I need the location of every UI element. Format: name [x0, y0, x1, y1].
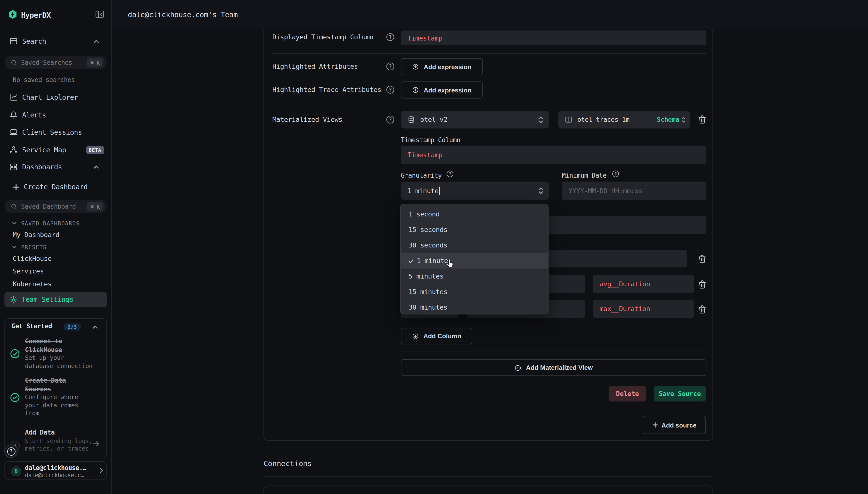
get-started-card: Get Started 2/3 Connect to ClickHouse Se… — [4, 318, 107, 457]
chevron-up-icon — [93, 38, 99, 44]
granularity-combobox[interactable]: 1 minute — [401, 182, 549, 200]
chevron-down-icon — [12, 244, 17, 250]
button-label: Add source — [661, 422, 696, 428]
help-icon[interactable]: ? — [612, 171, 619, 177]
schema-badge[interactable]: Schema — [657, 116, 679, 124]
dropdown-option[interactable]: 15 minutes — [401, 284, 548, 300]
sidebar-item-search[interactable]: Search — [4, 33, 107, 49]
get-started-step[interactable]: Connect to ClickHouse Set up your databa… — [25, 337, 95, 370]
help-icon[interactable]: ? — [386, 33, 394, 41]
dashboard-link-label: Services — [13, 267, 44, 275]
delete-source-button[interactable]: Delete — [609, 386, 646, 401]
create-dashboard-button[interactable]: Create Dashboard — [4, 178, 107, 195]
field-label: Materialized Views — [272, 116, 343, 124]
dashboard-link-label: Kubernetes — [13, 280, 52, 288]
get-started-step[interactable]: Add Data Start sending logs, metrics, or… — [25, 429, 95, 453]
step-complete-icon — [10, 393, 20, 402]
chevron-up-icon — [93, 164, 99, 170]
dropdown-option[interactable]: 15 seconds — [401, 222, 548, 238]
saved-searches-input[interactable] — [21, 59, 76, 66]
sidebar-item-chart-explorer[interactable]: Chart Explorer — [4, 89, 107, 106]
delete-column-icon[interactable] — [697, 280, 707, 289]
column-alias-input[interactable] — [593, 275, 694, 293]
sidebar-item-kubernetes[interactable]: Kubernetes — [4, 277, 107, 290]
user-email: dale@clickhouse.c… — [25, 472, 84, 478]
arrow-right-icon — [92, 440, 100, 448]
dashboards-icon — [9, 163, 18, 171]
laptop-icon — [9, 128, 18, 136]
plus-icon — [652, 422, 658, 428]
matview-select[interactable]: otel_v2 — [401, 111, 549, 128]
step-title: Create Data Sources — [25, 377, 95, 394]
group-saved-dashboards[interactable]: SAVED DASHBOARDS — [4, 217, 107, 229]
group-presets[interactable]: PRESETS — [4, 241, 107, 253]
delete-column-icon[interactable] — [697, 304, 707, 314]
app-title: HyperDX — [21, 11, 51, 19]
matview-timestamp-input[interactable] — [401, 146, 707, 164]
sidebar-item-alerts[interactable]: Alerts — [4, 106, 107, 124]
collapse-sidebar-icon[interactable] — [95, 10, 104, 19]
matview-table-select[interactable]: otel_traces_1m Schema — [558, 111, 690, 128]
chart-explorer-icon — [9, 93, 18, 101]
delete-column-icon[interactable] — [697, 254, 707, 264]
help-button[interactable]: ? — [4, 444, 18, 458]
saved-searches-search[interactable]: ⌘ K — [4, 56, 107, 69]
add-expression-button[interactable]: Add expression — [401, 58, 483, 75]
save-source-button[interactable]: Save Source — [654, 386, 706, 401]
group-label: SAVED DASHBOARDS — [21, 220, 80, 226]
sidebar-item-dashboards[interactable]: Dashboards — [4, 158, 107, 176]
plus-circle-icon — [412, 87, 420, 94]
saved-dashboards-input[interactable] — [21, 203, 76, 210]
button-label: Add expression — [424, 87, 471, 93]
dashboard-link-label: ClickHouse — [13, 254, 52, 262]
select-chevrons-icon — [538, 187, 544, 195]
displayed-timestamp-input[interactable] — [401, 31, 707, 45]
button-label: Add Materialized View — [526, 364, 593, 371]
sidebar-item-label: Search — [22, 37, 46, 45]
sidebar-item-my-dashboard[interactable]: My Dashboard — [4, 228, 107, 241]
user-menu[interactable]: D dale@clickhouse.… dale@clickhouse.c… — [4, 461, 107, 480]
step-title: Add Data — [25, 429, 95, 437]
select-chevrons-icon — [681, 116, 686, 123]
add-materialized-view-button[interactable]: Add Materialized View — [401, 359, 707, 376]
delete-matview-icon[interactable] — [697, 115, 707, 124]
help-icon[interactable]: ? — [447, 171, 453, 177]
add-column-button[interactable]: Add Column — [401, 328, 472, 344]
option-label: 30 seconds — [408, 242, 447, 249]
step-title: Connect to ClickHouse — [25, 337, 95, 355]
field-label: Timestamp Column — [401, 136, 460, 144]
chevron-up-icon[interactable] — [92, 324, 98, 330]
saved-dashboards-search[interactable]: ⌘ K — [4, 200, 107, 213]
gear-icon — [9, 295, 18, 304]
sidebar-item-service-map[interactable]: Service Map BETA — [4, 141, 107, 158]
field-label: Granularity — [401, 172, 442, 179]
dashboard-link-label: My Dashboard — [13, 230, 59, 238]
option-label: 30 minutes — [408, 303, 447, 311]
option-label: 5 minutes — [408, 272, 443, 280]
help-icon[interactable]: ? — [386, 116, 394, 124]
column-alias-input[interactable] — [593, 300, 694, 318]
dropdown-option-selected[interactable]: 1 minute — [401, 253, 548, 269]
sidebar-item-client-sessions[interactable]: Client Sessions — [4, 124, 107, 141]
dropdown-option[interactable]: 5 minutes — [401, 269, 548, 284]
minimum-date-input[interactable] — [562, 182, 707, 200]
option-label: 1 second — [408, 210, 440, 218]
dropdown-option[interactable]: 30 minutes — [401, 300, 548, 315]
sidebar-item-clickhouse[interactable]: ClickHouse — [4, 252, 107, 264]
help-icon[interactable]: ? — [386, 86, 394, 94]
connections-card — [264, 486, 713, 494]
divider — [272, 53, 707, 54]
dropdown-option[interactable]: 30 seconds — [401, 238, 548, 253]
select-chevrons-icon — [538, 115, 544, 124]
dropdown-option[interactable]: 1 second — [401, 207, 548, 222]
topbar: dale@clickhouse.com's Team — [112, 0, 868, 30]
help-icon[interactable]: ? — [386, 63, 394, 70]
get-started-step[interactable]: Create Data Sources Configure where your… — [25, 377, 95, 418]
check-icon — [408, 258, 414, 264]
add-expression-button[interactable]: Add expression — [401, 81, 483, 98]
plus-circle-icon — [412, 63, 420, 70]
add-source-button[interactable]: Add source — [643, 416, 706, 434]
sidebar-item-team-settings[interactable]: Team Settings — [4, 292, 107, 307]
plus-circle-icon — [514, 364, 522, 371]
sidebar-item-services[interactable]: Services — [4, 265, 107, 277]
